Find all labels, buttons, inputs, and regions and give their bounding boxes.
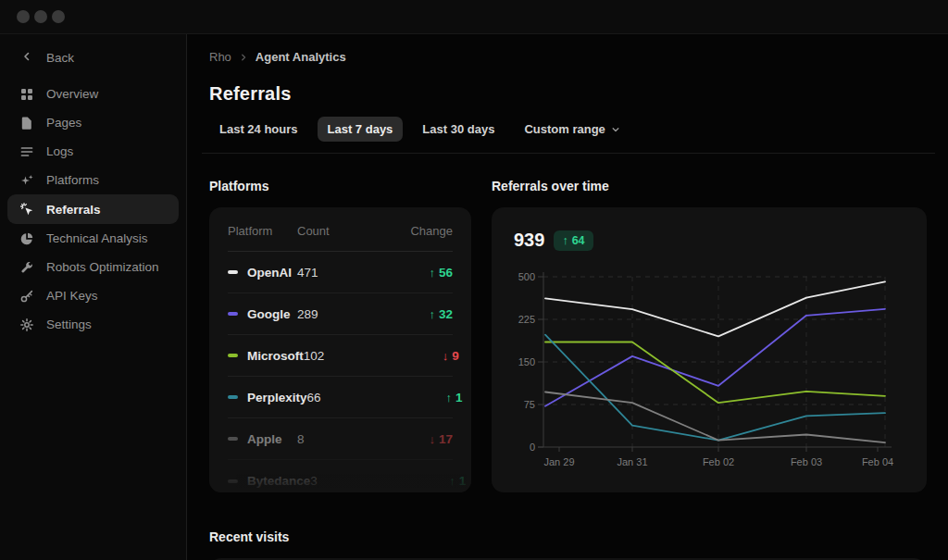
window-titlebar — [0, 0, 948, 34]
y-axis-tick-label: 150 — [518, 356, 535, 367]
chart-section-title: Referrals over time — [492, 179, 927, 193]
platforms-table-body: OpenAI471↑56Google289↑32Microsoft102↓9Pe… — [228, 252, 453, 492]
window-dot[interactable] — [34, 10, 47, 23]
change-value: 32 — [439, 307, 453, 321]
page-title: Referrals — [209, 83, 926, 105]
platform-change: ↓9 — [387, 349, 459, 363]
x-axis-tick-label: Jan 29 — [543, 456, 574, 467]
tab-label: Last 24 hours — [219, 122, 298, 136]
platform-count: 102 — [304, 349, 387, 363]
sidebar: Back OverviewPagesLogsPlatformsReferrals… — [0, 34, 187, 560]
platform-count: 8 — [297, 432, 380, 446]
change-value: 1 — [459, 474, 467, 488]
column-header-count: Count — [297, 224, 380, 238]
platforms-section-title: Platforms — [209, 179, 471, 193]
page-icon — [19, 116, 34, 131]
y-axis-tick-label: 75 — [524, 399, 535, 410]
x-axis-tick-label: Feb 02 — [703, 456, 734, 467]
tab-label: Last 7 days — [328, 122, 393, 136]
table-row-google[interactable]: Google289↑32 — [228, 293, 453, 335]
arrow-up-icon: ↑ — [449, 474, 455, 488]
sidebar-item-robots-optimization[interactable]: Robots Optimization — [0, 253, 186, 281]
sidebar-nav: OverviewPagesLogsPlatformsReferralsTechn… — [0, 80, 186, 339]
column-header-change: Change — [380, 224, 453, 238]
change-value: 9 — [452, 349, 459, 363]
sidebar-item-label: Technical Analysis — [46, 231, 148, 245]
window-dot[interactable] — [17, 10, 30, 23]
arrow-up-icon: ↑ — [562, 234, 568, 247]
sidebar-item-logs[interactable]: Logs — [0, 137, 186, 166]
arrow-up-icon: ↑ — [429, 307, 435, 321]
sidebar-item-api-keys[interactable]: API Keys — [0, 281, 186, 310]
platform-count: 3 — [310, 474, 393, 488]
wrench-icon — [19, 260, 34, 275]
main-content: Rho Agent Analytics Referrals Last 24 ho… — [187, 34, 948, 560]
tab-last-7-days[interactable]: Last 7 days — [318, 117, 404, 142]
x-axis-tick-label: Jan 31 — [617, 456, 647, 467]
referrals-line-chart[interactable]: 075150225500Jan 29Jan 31Feb 02Feb 03Feb … — [503, 263, 916, 478]
tab-label: Last 30 days — [422, 122, 494, 136]
platforms-table-header: Platform Count Change — [228, 224, 453, 252]
change-value: 56 — [439, 266, 453, 280]
table-row-apple[interactable]: Apple8↓17 — [228, 418, 453, 460]
sidebar-item-technical-analysis[interactable]: Technical Analysis — [0, 224, 186, 253]
table-row-perplexity[interactable]: Perplexity66↑1 — [228, 377, 453, 418]
sidebar-back-button[interactable]: Back — [0, 44, 186, 72]
series-line-google — [545, 309, 885, 406]
table-row-microsoft[interactable]: Microsoft102↓9 — [228, 335, 453, 377]
platform-color-icon — [228, 312, 238, 316]
change-value: 17 — [439, 432, 453, 446]
table-row-bytedance[interactable]: Bytedance3↑1 — [228, 460, 453, 492]
y-axis-tick-label: 500 — [518, 271, 535, 282]
platform-color-icon — [228, 395, 238, 399]
sparkles-icon — [19, 173, 34, 188]
platform-change: ↑32 — [380, 307, 453, 321]
arrow-down-icon: ↓ — [429, 432, 435, 446]
tab-custom-range[interactable]: Custom range — [514, 117, 630, 142]
x-axis-tick-label: Feb 04 — [862, 456, 893, 467]
breadcrumb-root[interactable]: Rho — [209, 50, 231, 64]
sidebar-item-label: Pages — [46, 116, 81, 130]
platform-change: ↑1 — [393, 474, 466, 488]
platform-name: Apple — [247, 432, 282, 446]
referrals-delta-badge: ↑ 64 — [554, 230, 592, 251]
sidebar-item-label: Referrals — [46, 203, 101, 217]
referrals-delta-value: 64 — [572, 234, 585, 247]
sidebar-item-platforms[interactable]: Platforms — [0, 166, 186, 194]
sidebar-item-label: Settings — [46, 317, 92, 331]
recent-visits-section: Recent visits — [209, 529, 926, 560]
platform-name: Perplexity — [247, 391, 307, 404]
x-axis-tick-label: Feb 03 — [791, 456, 822, 467]
platform-change: ↑1 — [391, 391, 463, 404]
tab-last-24-hours[interactable]: Last 24 hours — [209, 117, 308, 142]
platform-name: Microsoft — [247, 349, 304, 363]
chevron-right-icon — [239, 53, 248, 62]
series-line-microsoft — [545, 342, 885, 404]
chevron-down-icon — [611, 125, 620, 134]
change-value: 1 — [455, 391, 463, 404]
app-window: Back OverviewPagesLogsPlatformsReferrals… — [0, 0, 948, 560]
sidebar-item-pages[interactable]: Pages — [0, 108, 186, 137]
column-header-platform: Platform — [228, 224, 297, 238]
table-row-openai[interactable]: OpenAI471↑56 — [228, 252, 453, 293]
sidebar-item-overview[interactable]: Overview — [0, 80, 186, 108]
grid-icon — [19, 87, 34, 102]
window-dot[interactable] — [52, 10, 65, 23]
pie-icon — [19, 231, 34, 246]
arrow-up-icon: ↑ — [446, 391, 453, 404]
header-divider — [202, 153, 935, 154]
platform-name: Bytedance — [247, 474, 310, 488]
sidebar-item-label: Platforms — [46, 173, 99, 187]
platforms-section: Platforms Platform Count Change OpenAI47… — [209, 179, 471, 492]
platform-color-icon — [228, 437, 238, 441]
platform-color-icon — [228, 270, 238, 274]
arrow-down-icon: ↓ — [443, 349, 449, 363]
series-line-perplexity — [545, 335, 885, 441]
platform-color-icon — [228, 354, 238, 357]
logs-icon — [19, 144, 34, 159]
tab-label: Custom range — [524, 122, 605, 136]
tab-last-30-days[interactable]: Last 30 days — [412, 117, 505, 142]
sidebar-item-referrals[interactable]: Referrals — [7, 194, 179, 224]
sidebar-item-label: Robots Optimization — [46, 260, 159, 274]
sidebar-item-settings[interactable]: Settings — [0, 310, 186, 339]
